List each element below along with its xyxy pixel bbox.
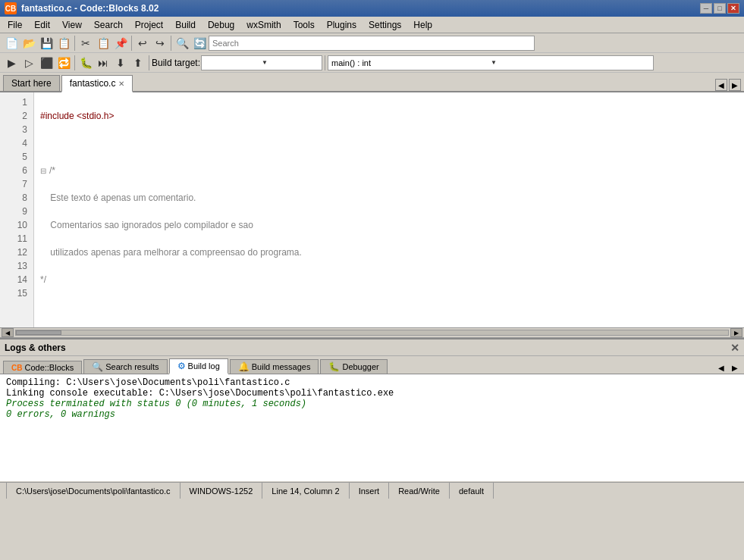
code-line-8 — [40, 300, 738, 314]
btab-build-log-label: Build log — [188, 361, 220, 371]
line-num-11: 11 — [6, 232, 27, 246]
titlebar-controls: ─ □ ✕ — [700, 3, 739, 14]
line-num-8: 8 — [6, 191, 27, 205]
tab-start-here[interactable]: Start here — [3, 75, 60, 91]
find-button[interactable]: 🔍 — [174, 35, 190, 52]
step-out-button[interactable]: ⬆ — [130, 55, 146, 71]
tab-prev-button[interactable]: ◀ — [715, 79, 727, 91]
editor-tabbar: Start here fantastico.c ✕ ◀ ▶ — [0, 73, 744, 92]
menu-edit[interactable]: Edit — [28, 18, 56, 32]
code-line-1: #include <stdio.h> — [40, 109, 738, 123]
bottom-log-content: Compiling: C:\Users\jose\Documents\poli\… — [0, 374, 744, 481]
debug-run-button[interactable]: 🐛 — [77, 55, 94, 71]
bottom-panel-title: Logs & others — [5, 343, 66, 353]
step-in-button[interactable]: ⬇ — [112, 55, 129, 71]
build-target-dropdown[interactable]: ▼ — [201, 55, 322, 70]
search-input[interactable] — [209, 36, 535, 51]
hscroll-right-btn[interactable]: ▶ — [730, 328, 742, 337]
line-num-14: 14 — [6, 273, 27, 286]
paste-button[interactable]: 📌 — [112, 35, 129, 52]
tab-next-button[interactable]: ▶ — [729, 79, 741, 91]
build-button[interactable]: ▶ — [3, 55, 20, 71]
code-line-4: Este texto é apenas um comentario. — [40, 191, 738, 205]
copy-button[interactable]: 📋 — [95, 35, 111, 52]
dropdown-arrow-icon: ▼ — [262, 59, 319, 66]
btab-prev-btn[interactable]: ◀ — [715, 361, 727, 374]
menu-search[interactable]: Search — [88, 18, 129, 32]
hscroll-thumb[interactable] — [16, 330, 61, 335]
line-num-12: 12 — [6, 246, 27, 259]
hscroll-track[interactable] — [15, 330, 729, 336]
maximize-button[interactable]: □ — [714, 3, 726, 14]
menu-wxsmith[interactable]: wxSmith — [240, 18, 287, 32]
close-button[interactable]: ✕ — [727, 3, 739, 14]
bottom-panel-titlebar: Logs & others ✕ — [0, 339, 744, 356]
rebuild-button[interactable]: 🔁 — [55, 55, 72, 71]
btab-codeblocks[interactable]: CB Code::Blocks — [3, 361, 82, 374]
open-file-button[interactable]: 📂 — [20, 35, 37, 52]
save-button[interactable]: 💾 — [38, 35, 55, 52]
line-num-13: 13 — [6, 259, 27, 273]
menu-project[interactable]: Project — [129, 18, 169, 32]
btab-build-messages-label: Build messages — [252, 362, 311, 371]
code-line-7: */ — [40, 273, 738, 286]
search-icon: 🔍 — [92, 361, 103, 372]
btab-nav: ◀ ▶ — [715, 361, 741, 374]
func-dropdown-arrow-icon: ▼ — [491, 59, 650, 66]
run-button[interactable]: ▷ — [20, 55, 37, 71]
menu-help[interactable]: Help — [407, 18, 438, 32]
cut-button[interactable]: ✂ — [77, 35, 94, 52]
status-position: Line 14, Column 2 — [262, 483, 349, 499]
btab-search-results[interactable]: 🔍 Search results — [83, 359, 167, 374]
line-num-7: 7 — [6, 177, 27, 191]
line-num-4: 4 — [6, 136, 27, 150]
menu-debug[interactable]: Debug — [202, 18, 240, 32]
line-num-15: 15 — [6, 286, 27, 300]
line-num-6: 6 — [6, 164, 27, 177]
status-encoding: WINDOWS-1252 — [181, 483, 263, 499]
menu-plugins[interactable]: Plugins — [321, 18, 363, 32]
line-num-9: 9 — [6, 205, 27, 218]
minimize-button[interactable]: ─ — [700, 3, 712, 14]
tab-close-icon[interactable]: ✕ — [118, 80, 124, 88]
menu-build[interactable]: Build — [169, 18, 202, 32]
stop-button[interactable]: ⬛ — [38, 55, 55, 71]
log-line-4: 0 errors, 0 warnings — [6, 409, 738, 420]
debugger-icon: 🐛 — [328, 361, 340, 372]
redo-button[interactable]: ↪ — [152, 35, 168, 52]
app-icon: CB — [5, 2, 17, 14]
toolbar-row-2: ▶ ▷ ⬛ 🔁 🐛 ⏭ ⬇ ⬆ Build target: ▼ main() :… — [0, 53, 744, 73]
save-all-button[interactable]: 📋 — [55, 35, 72, 52]
btab-build-log[interactable]: ⚙ Build log — [169, 358, 228, 374]
menu-settings[interactable]: Settings — [363, 18, 407, 32]
btab-debugger-label: Debugger — [342, 362, 378, 371]
step-button[interactable]: ⏭ — [95, 55, 111, 71]
hscroll-left-btn[interactable]: ◀ — [2, 328, 14, 337]
toolbar-sep-6 — [325, 55, 325, 70]
function-dropdown-value: main() : int — [331, 58, 491, 67]
code-editor[interactable]: #include <stdio.h> ⊟/* Este texto é ape… — [34, 92, 744, 327]
horizontal-scrollbar[interactable]: ◀ ▶ — [0, 327, 744, 338]
btab-build-messages[interactable]: 🔔 Build messages — [230, 359, 319, 374]
line-num-1: 1 — [6, 95, 27, 109]
line-numbers: 1 2 3 4 5 6 7 8 9 10 11 12 13 14 15 — [0, 92, 34, 327]
btab-next-btn[interactable]: ▶ — [729, 361, 741, 374]
log-line-3: Process terminated with status 0 (0 minu… — [6, 399, 738, 409]
menu-view[interactable]: View — [56, 18, 88, 32]
btab-search-results-label: Search results — [105, 362, 159, 371]
build-msg-icon: 🔔 — [238, 361, 250, 372]
bottom-panel-close-button[interactable]: ✕ — [730, 342, 739, 354]
code-line-3: ⊟/* — [40, 164, 738, 177]
toolbar-sep-1 — [74, 36, 75, 51]
menu-file[interactable]: File — [2, 18, 28, 32]
line-num-10: 10 — [6, 218, 27, 232]
tab-fantastico[interactable]: fantastico.c ✕ — [61, 75, 133, 92]
status-filepath: C:\Users\jose\Documents\poli\fantastico.… — [6, 483, 181, 499]
btab-debugger[interactable]: 🐛 Debugger — [320, 359, 387, 374]
tab-start-here-label: Start here — [11, 78, 52, 89]
undo-button[interactable]: ↩ — [134, 35, 151, 52]
menu-tools[interactable]: Tools — [287, 18, 321, 32]
function-dropdown[interactable]: main() : int ▼ — [328, 55, 654, 70]
replace-button[interactable]: 🔄 — [191, 35, 208, 52]
new-file-button[interactable]: 📄 — [3, 35, 20, 52]
